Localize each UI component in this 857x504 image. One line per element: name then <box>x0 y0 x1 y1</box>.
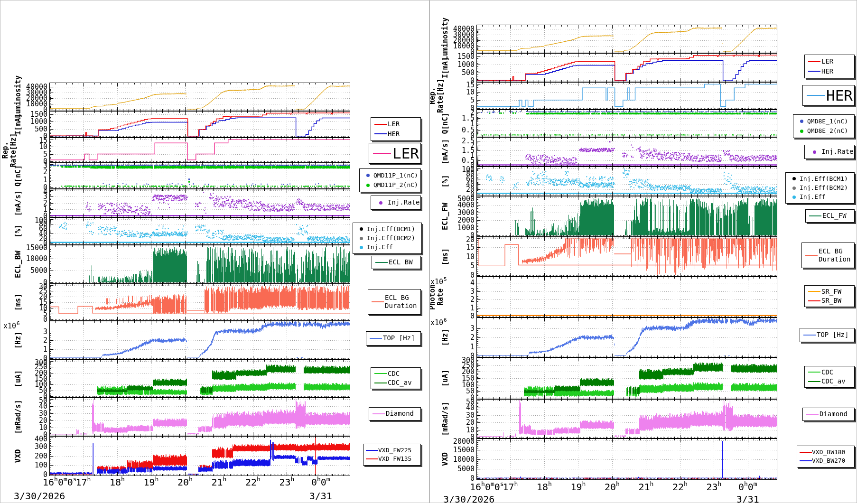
legend-item: SR_BW <box>807 297 852 305</box>
series-dot-marker-icon <box>373 201 388 205</box>
legend-label: CDC_av <box>821 377 846 386</box>
legend-label: VXD_BW270 <box>812 457 845 465</box>
legend-label: CDC_av <box>388 379 412 387</box>
legend-item: SR_FW <box>807 288 852 296</box>
legend-item: Inj.Eff <box>788 193 852 201</box>
series-dot-marker-icon <box>796 120 807 123</box>
ler-panel: LERHERLERQMD11P_1(nC)QMD11P_2(nC)Inj.Rat… <box>0 0 429 503</box>
series-line-swatch-icon <box>802 335 817 336</box>
legend-inj-eff: Inj.Eff(BCM1)Inj.Eff(BCM2)Inj.Eff <box>785 172 855 204</box>
legend-label: VXD_BW180 <box>812 448 845 456</box>
series-line-swatch-icon <box>800 460 812 461</box>
legend-diamond: Diamond <box>369 407 421 420</box>
legend-label: LER <box>388 120 400 129</box>
legend-item: LER <box>372 144 418 163</box>
legend-label: Inj.Eff(BCM2) <box>800 184 848 192</box>
legend-item: LER <box>373 120 418 129</box>
legend-item: CDC <box>373 370 418 378</box>
legend-item: QMD8E_1(nC) <box>796 118 852 125</box>
legend-label: ECL BGDuration <box>819 247 850 264</box>
series-dot-marker-icon <box>788 187 800 190</box>
legend-diamond: Diamond <box>802 408 855 421</box>
legend-item: Inj.Eff <box>355 243 419 251</box>
legend-item: Diamond <box>805 410 852 419</box>
legend-cdc: CDCCDC_av <box>804 366 855 388</box>
legend-label: HER <box>826 86 853 105</box>
legend-ler-her: LERHER <box>371 117 421 141</box>
legend-label: HER <box>388 130 400 139</box>
legend-ecl-bw: ECL_BW <box>372 256 421 269</box>
legend-vxd: VXD_BW180VXD_BW270 <box>797 446 855 467</box>
series-line-swatch-icon <box>807 381 821 382</box>
legend-label: ECL BGDuration <box>385 294 417 310</box>
legend-label: Inj.Rate <box>821 148 853 156</box>
series-line-swatch-icon <box>373 133 388 134</box>
legend-item: QMD11P_1(nC) <box>362 172 418 179</box>
series-line-swatch-icon <box>372 153 392 154</box>
legend-label: CDC <box>388 370 400 378</box>
legend-label: ECL_BW <box>389 258 413 267</box>
legend-item: Inj.Rate <box>373 198 418 207</box>
legend-label: Inj.Eff <box>367 243 393 251</box>
legend-item: HER <box>805 86 852 105</box>
legend-item: VXD_FW225 <box>366 447 418 454</box>
series-line-swatch-icon <box>808 215 822 216</box>
legend-label: QMD8E_2(nC) <box>807 127 848 135</box>
legend-inj-eff: Inj.Eff(BCM1)Inj.Eff(BCM2)Inj.Eff <box>353 223 422 254</box>
legend-item: Inj.Eff(BCM1) <box>355 225 419 233</box>
legend-item: HER <box>807 67 852 76</box>
legend-label: SR_BW <box>821 297 841 305</box>
series-line-swatch-icon <box>800 452 812 453</box>
legend-item: TOP [Hz] <box>369 334 418 343</box>
legend-label: VXD_FW135 <box>378 455 411 463</box>
series-line-swatch-icon <box>805 414 820 415</box>
series-line-swatch-icon <box>366 450 378 451</box>
legend-item: Diamond <box>372 410 418 418</box>
legend-item: TOP [Hz] <box>802 331 852 339</box>
legend-label: CDC <box>821 368 833 377</box>
legend-label: QMD11P_1(nC) <box>373 172 418 179</box>
series-line-swatch-icon <box>373 373 388 374</box>
legend-label: HER <box>821 67 833 76</box>
series-line-swatch-icon <box>807 300 821 301</box>
series-dot-marker-icon <box>796 130 807 133</box>
series-line-swatch-icon <box>804 255 819 256</box>
series-dot-marker-icon <box>355 227 367 231</box>
legend-label: LER <box>392 144 419 163</box>
legend-qmd8e: QMD8E_1(nC)QMD8E_2(nC) <box>793 114 855 138</box>
legend-qmd11p: QMD11P_1(nC)QMD11P_2(nC) <box>359 168 421 192</box>
legend-item: CDC_av <box>373 379 418 387</box>
legend-item: VXD_BW180 <box>800 448 852 456</box>
legend-label: QMD8E_1(nC) <box>807 118 848 125</box>
legend-sr: SR_FWSR_BW <box>804 285 855 307</box>
legend-item: LER <box>807 57 852 66</box>
series-line-swatch-icon <box>807 61 821 62</box>
legend-item: QMD8E_2(nC) <box>796 127 852 135</box>
legend-label: Inj.Rate <box>388 198 419 207</box>
legend-label: LER <box>821 57 833 66</box>
legend-label: SR_FW <box>821 288 841 296</box>
series-line-swatch-icon <box>373 124 388 125</box>
series-dot-marker-icon <box>362 184 373 187</box>
legend-item: ECL BGDuration <box>804 247 852 264</box>
series-line-swatch-icon <box>807 71 821 72</box>
legend-vxd: VXD_FW225VXD_FW135 <box>363 444 421 466</box>
series-dot-marker-icon <box>362 174 373 177</box>
legend-item: CDC_av <box>807 377 852 386</box>
legend-item: QMD11P_2(nC) <box>362 181 418 189</box>
legend-ring-her: HER <box>802 85 855 106</box>
series-line-swatch-icon <box>374 262 389 263</box>
legend-inj-rate: Inj.Rate <box>804 145 855 159</box>
series-line-swatch-icon <box>807 291 821 292</box>
legend-ecl-fw: ECL_FW <box>805 209 855 223</box>
series-line-swatch-icon <box>807 372 821 373</box>
series-dot-marker-icon <box>788 196 800 199</box>
legend-label: Inj.Eff(BCM1) <box>367 225 415 233</box>
legend-label: Inj.Eff(BCM1) <box>800 175 848 183</box>
series-line-swatch-icon <box>369 338 383 339</box>
legend-top: TOP [Hz] <box>800 328 855 342</box>
her-panel-canvas <box>430 0 857 503</box>
legend-item: ECL_BW <box>374 258 418 267</box>
legend-label: Inj.Eff(BCM2) <box>367 234 415 242</box>
legend-label: VXD_FW225 <box>378 447 411 454</box>
